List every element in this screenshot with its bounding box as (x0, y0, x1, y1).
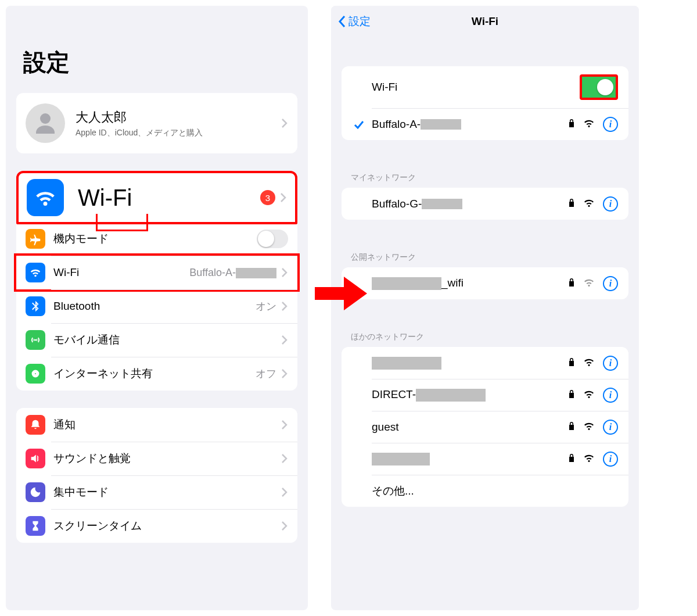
other-networks-group: i DIRECT- i guest i (342, 347, 628, 507)
navbar: 設定 Wi-Fi (331, 6, 639, 37)
network-row[interactable]: DIRECT- i (342, 379, 628, 411)
chevron-right-icon (281, 335, 288, 345)
network-name: _wifi (372, 277, 568, 290)
info-button[interactable]: i (603, 420, 618, 435)
wifi-icon (27, 179, 64, 216)
info-button[interactable]: i (603, 117, 618, 132)
network-name: DIRECT- (372, 388, 568, 402)
wifi-signal-icon (583, 453, 595, 465)
wifi-label: Wi-Fi (53, 266, 189, 279)
chevron-right-icon (281, 453, 288, 464)
other-network-row[interactable]: その他... (342, 475, 628, 507)
network-row[interactable]: i (342, 347, 628, 379)
hourglass-icon (26, 516, 45, 536)
wifi-toggle-group: Wi-Fi Buffalo-A- i (342, 66, 628, 140)
lock-icon (568, 389, 575, 401)
hotspot-row[interactable]: インターネット共有 オフ (16, 357, 297, 391)
connected-network-row[interactable]: Buffalo-A- i (342, 108, 628, 140)
network-row[interactable]: i (342, 443, 628, 475)
info-button[interactable]: i (603, 356, 618, 371)
lock-icon (568, 198, 575, 210)
network-name: Buffalo-A- (372, 118, 568, 131)
arrow-annotation (315, 273, 367, 314)
screentime-row[interactable]: スクリーンタイム (16, 509, 297, 543)
my-networks-header: マイネットワーク (331, 157, 639, 188)
network-name (372, 356, 568, 370)
chevron-right-icon (280, 192, 287, 203)
info-button[interactable]: i (603, 276, 618, 291)
moon-icon (26, 482, 45, 502)
wifi-highlight-row[interactable]: Wi-Fi 3 (16, 171, 297, 224)
info-button[interactable]: i (603, 388, 618, 403)
network-row[interactable]: guest i (342, 411, 628, 443)
airplane-mode-row[interactable]: 機内モード (16, 222, 297, 256)
airplane-label: 機内モード (53, 231, 257, 246)
wifi-signal-icon (583, 278, 595, 289)
hotspot-value: オフ (256, 367, 276, 381)
chevron-right-icon (281, 301, 288, 311)
cellular-icon (26, 330, 45, 350)
wifi-signal-icon (583, 119, 595, 130)
chevron-right-icon (281, 368, 288, 379)
page-title: 設定 (6, 6, 308, 93)
back-button[interactable]: 設定 (338, 14, 371, 29)
screentime-label: スクリーンタイム (53, 518, 276, 533)
my-networks-group: Buffalo-G- i (342, 188, 628, 220)
general-group: 通知 サウンドと触覚 集中モード スクリーンタイム (16, 408, 297, 543)
wifi-value: Buffalo-A- (189, 267, 276, 279)
chevron-right-icon (281, 487, 288, 497)
focus-row[interactable]: 集中モード (16, 475, 297, 509)
other-networks-header: ほかのネットワーク (331, 317, 639, 347)
cellular-label: モバイル通信 (53, 332, 276, 348)
network-name: Buffalo-G- (372, 198, 568, 210)
lock-icon (568, 357, 575, 369)
bluetooth-value: オン (256, 299, 276, 313)
settings-screen: 設定 大人太郎 Apple ID、iCloud、メディアと購入 Wi-Fi 3 (6, 6, 308, 610)
annotation-connector (96, 214, 148, 231)
info-button[interactable]: i (603, 452, 618, 467)
notifications-label: 通知 (53, 417, 276, 432)
bluetooth-row[interactable]: Bluetooth オン (16, 289, 297, 323)
wifi-toggle-row: Wi-Fi (342, 66, 628, 108)
notifications-row[interactable]: 通知 (16, 408, 297, 442)
avatar-icon (26, 103, 65, 143)
network-name (372, 452, 568, 465)
public-networks-header: 公開ネットワーク (331, 237, 639, 267)
wifi-toggle[interactable] (580, 74, 618, 100)
wifi-signal-icon (583, 389, 595, 401)
connectivity-group: 機内モード Wi-Fi Buffalo-A- Bluetooth オン モバイル… (16, 222, 297, 391)
hotspot-label: インターネット共有 (53, 366, 256, 381)
wifi-icon (26, 263, 45, 282)
wifi-row[interactable]: Wi-Fi Buffalo-A- (14, 253, 300, 292)
wifi-highlight-label: Wi-Fi (78, 185, 257, 211)
bell-icon (26, 415, 45, 435)
airplane-icon (26, 229, 45, 249)
lock-icon (568, 278, 575, 289)
network-row[interactable]: _wifi i (342, 267, 628, 299)
wifi-settings-screen: 設定 Wi-Fi Wi-Fi Buffalo-A- i マイネットワーク (331, 6, 639, 610)
lock-icon (568, 119, 575, 130)
cellular-row[interactable]: モバイル通信 (16, 323, 297, 357)
network-name: guest (372, 421, 568, 434)
wifi-toggle-label: Wi-Fi (372, 81, 580, 94)
profile-group: 大人太郎 Apple ID、iCloud、メディアと購入 (16, 93, 297, 153)
lock-icon (568, 421, 575, 433)
checkmark-icon (352, 119, 366, 130)
info-button[interactable]: i (603, 196, 618, 212)
chevron-right-icon (281, 420, 288, 430)
focus-label: 集中モード (53, 485, 276, 500)
nav-title: Wi-Fi (472, 15, 498, 28)
bluetooth-icon (26, 296, 45, 316)
sound-label: サウンドと触覚 (53, 451, 276, 466)
airplane-toggle[interactable] (257, 230, 288, 248)
sound-row[interactable]: サウンドと触覚 (16, 442, 297, 475)
network-row[interactable]: Buffalo-G- i (342, 188, 628, 220)
other-network-label: その他... (372, 484, 618, 499)
wifi-signal-icon (583, 198, 595, 210)
hotspot-icon (26, 364, 45, 384)
profile-row[interactable]: 大人太郎 Apple ID、iCloud、メディアと購入 (16, 93, 297, 153)
wifi-signal-icon (583, 357, 595, 369)
wifi-signal-icon (583, 421, 595, 433)
notification-badge: 3 (260, 190, 275, 205)
bluetooth-label: Bluetooth (53, 300, 256, 313)
